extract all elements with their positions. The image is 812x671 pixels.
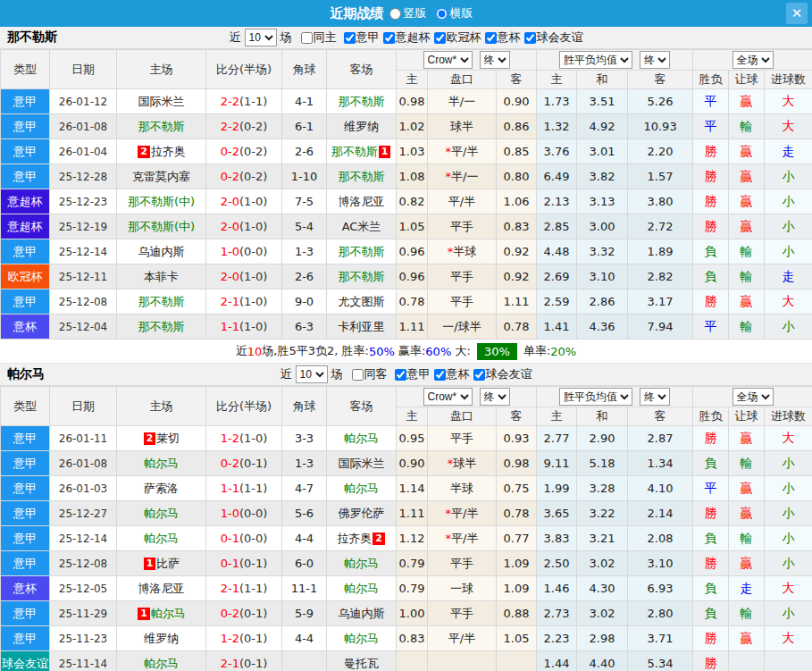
match-row: 意甲26-01-08那不勒斯2-2(0-2)6-1维罗纳1.02球半0.861.… (1, 114, 812, 139)
team-name: 莱切 (156, 432, 180, 445)
radio-input[interactable] (436, 8, 448, 20)
league-filter[interactable]: 意甲 (344, 29, 380, 46)
handicap-result-cell: 贏 (729, 214, 765, 239)
radio-label: 竖版 (404, 5, 427, 21)
league-filter[interactable]: 球会友谊 (473, 366, 532, 382)
avg-odds-select[interactable]: 胜平负均值 (559, 51, 632, 69)
score-fulltime: 1-1 (221, 320, 239, 333)
league-filter[interactable]: 意杯 (485, 29, 521, 46)
avg-away-odds: 7.94 (628, 315, 693, 340)
league-filter[interactable]: 同主 (301, 29, 337, 46)
avg-away-odds: 5.34 (628, 651, 693, 671)
league-filter[interactable]: 欧冠杯 (434, 29, 481, 46)
layout-radio-0[interactable]: 竖版 (389, 5, 427, 21)
filter-checkbox[interactable] (485, 32, 497, 44)
score-cell: 2-1(1-1) (206, 576, 282, 601)
league-filter[interactable]: 同客 (352, 366, 388, 382)
handicap-cell: 平手 (428, 551, 497, 576)
score-fulltime: 0-2 (221, 170, 239, 183)
league-filter[interactable]: 意杯 (434, 366, 470, 382)
crow-away-odds: 0.98 (497, 451, 537, 476)
avg-home-odds: 2.50 (537, 551, 577, 576)
avg-away-odds: 4.10 (628, 476, 693, 501)
filter-checkbox[interactable] (344, 32, 356, 44)
home-team-cell: 萨索洛 (117, 476, 206, 501)
column-header-type: 类型 (1, 387, 50, 426)
home-team-cell: 维罗纳 (117, 626, 206, 651)
handicap-result-cell: 贏 (729, 139, 765, 164)
team-name: 拉齐奥 (337, 532, 372, 545)
home-team-cell: 帕尔马 (117, 526, 206, 551)
handicap-result-cell: 輸 (729, 239, 765, 264)
team-name: 维罗纳 (344, 120, 379, 133)
full-match-select[interactable]: 全场 (732, 51, 774, 69)
team-section-header: 那不勒斯 近 10 场 同主意甲意超杯欧冠杯意杯球会友谊 (0, 27, 812, 49)
crow-away-odds: 1.11 (497, 289, 537, 315)
score-halftime: (1-0) (239, 432, 267, 445)
match-date: 25-11-23 (50, 626, 117, 651)
layout-radio-1[interactable]: 横版 (436, 5, 473, 21)
recent-label: 近 (230, 29, 241, 46)
score-halftime: (1-0) (239, 320, 267, 333)
final-odds-select[interactable]: 终 (480, 51, 510, 69)
goals-result-cell: 大 (765, 89, 812, 114)
team-name: 尤文图斯 (339, 295, 385, 308)
filter-checkbox[interactable] (301, 32, 313, 44)
goals-result-cell: 小 (765, 601, 812, 626)
league-type-cell: 意甲 (1, 289, 50, 315)
recent-count-select[interactable]: 10 (296, 365, 328, 383)
score-halftime: (1-0) (239, 270, 267, 283)
team-name: 帕尔马 (144, 507, 179, 520)
filter-checkbox[interactable] (383, 32, 395, 44)
full-match-select[interactable]: 全场 (732, 388, 774, 406)
handicap-result-cell: 輸 (729, 451, 765, 476)
corner-cell: 6-0 (282, 551, 327, 576)
final-avg-select[interactable]: 终 (640, 388, 670, 406)
avg-home-odds: 3.65 (537, 501, 577, 526)
team-section-header: 帕尔马 近 10 场 同客意甲意杯球会友谊 (0, 364, 812, 386)
avg-draw-odds: 3.10 (577, 264, 628, 289)
radio-input[interactable] (389, 8, 401, 20)
odds-source-select[interactable]: Crow* (423, 51, 473, 69)
filter-checkbox[interactable] (473, 369, 485, 381)
summary-segment: 胜率: (342, 343, 369, 359)
final-odds-select[interactable]: 终 (480, 388, 510, 406)
filter-checkbox[interactable] (434, 369, 446, 381)
league-filter[interactable]: 意超杯 (383, 29, 431, 46)
home-team-cell: 帕尔马 (117, 651, 206, 671)
crow-away-odds: 0.88 (497, 601, 537, 626)
match-row: 意甲26-01-08帕尔马0-2(0-1)1-3国际米兰0.90*球半0.989… (1, 451, 812, 476)
team-name: 那不勒斯 (339, 170, 385, 183)
corner-cell: 1-10 (282, 164, 327, 189)
crow-home-odds: 0.82 (397, 189, 428, 214)
filter-checkbox[interactable] (524, 32, 536, 44)
away-team-cell: 那不勒斯 (327, 239, 397, 264)
handicap-result-cell: 贏 (729, 626, 765, 651)
handicap-cell: *球半 (428, 451, 497, 476)
team-name: 克雷莫内塞 (132, 170, 190, 183)
filter-checkbox[interactable] (434, 32, 446, 44)
avg-away-odds: 2.87 (628, 426, 693, 451)
filter-checkbox[interactable] (395, 369, 406, 381)
close-button[interactable]: ✕ (786, 3, 808, 24)
filter-label: 同主 (314, 29, 337, 46)
odds-source-select[interactable]: Crow* (423, 388, 473, 406)
away-team-cell: 帕尔马 (327, 576, 397, 601)
result-cell: 勝 (693, 189, 729, 214)
league-type-cell: 意甲 (1, 476, 50, 501)
corner-cell: 11-1 (282, 576, 327, 601)
avg-odds-select[interactable]: 胜平负均值 (559, 388, 632, 406)
filter-checkbox[interactable] (352, 369, 364, 381)
final-avg-select[interactable]: 终 (640, 51, 670, 69)
goals-result-cell: 小 (765, 451, 812, 476)
summary-segment: 30% (477, 343, 517, 360)
league-filter[interactable]: 意甲 (395, 366, 431, 382)
league-filter[interactable]: 球会友谊 (524, 29, 583, 46)
crow-home-odds: 1.11 (397, 315, 428, 340)
corner-cell: 4-4 (282, 626, 327, 651)
crow-away-odds: 0.78 (497, 501, 537, 526)
avg-home-odds: 1.41 (537, 315, 577, 340)
match-row: 欧冠杯25-12-11本菲卡2-0(1-0)2-6那不勒斯0.96平手0.922… (1, 264, 812, 289)
column-header-score: 比分(半场) (206, 50, 282, 89)
recent-count-select[interactable]: 10 (245, 29, 277, 46)
